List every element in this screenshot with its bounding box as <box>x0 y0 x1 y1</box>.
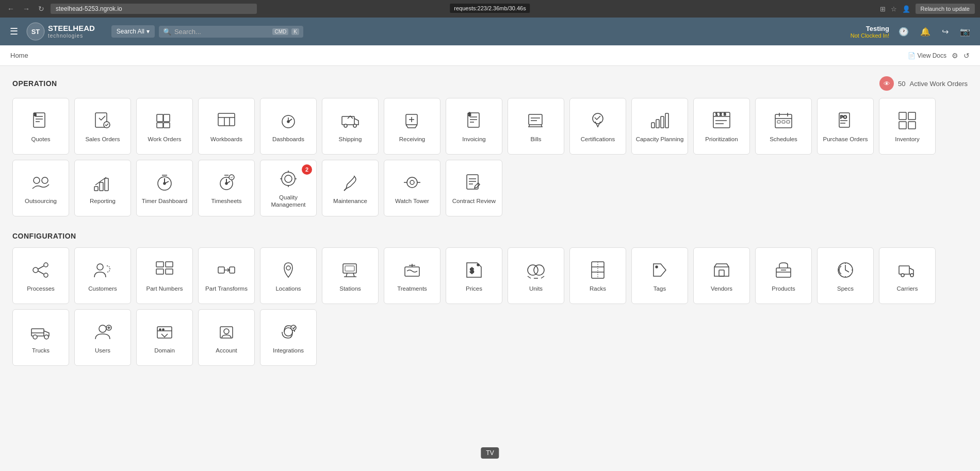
card-trucks[interactable]: Trucks <box>12 309 69 366</box>
svg-point-107 <box>528 265 538 275</box>
card-racks[interactable]: Racks <box>569 247 626 304</box>
browser-icon-3: 👤 <box>902 5 910 13</box>
svg-point-58 <box>34 177 40 183</box>
card-customers[interactable]: Customers <box>74 247 131 304</box>
card-treatments[interactable]: Treatments <box>384 247 440 304</box>
card-tags[interactable]: Tags <box>631 247 688 304</box>
card-vendors[interactable]: Vendors <box>693 247 750 304</box>
maintenance-icon <box>339 171 362 194</box>
view-docs-link[interactable]: 📄 View Docs <box>908 52 946 59</box>
card-inventory[interactable]: Inventory <box>879 98 936 155</box>
bills-icon <box>525 109 547 132</box>
card-schedules[interactable]: Schedules <box>755 98 812 155</box>
svg-point-142 <box>224 329 229 334</box>
card-receiving[interactable]: Receiving <box>384 98 440 155</box>
hamburger-menu[interactable]: ☰ <box>8 24 20 39</box>
card-quality-management[interactable]: Quality Management2 <box>260 160 317 216</box>
breadcrumb-home[interactable]: Home <box>10 52 28 59</box>
svg-rect-118 <box>719 270 724 276</box>
settings-button[interactable]: ⚙ <box>952 52 958 60</box>
active-work-orders: 👁 50 Active Work Orders <box>879 76 968 91</box>
svg-rect-94 <box>218 267 224 273</box>
svg-point-68 <box>229 175 234 180</box>
card-domain[interactable]: Domain <box>136 309 193 366</box>
clock-button[interactable]: 🕐 <box>896 25 911 39</box>
refresh-button[interactable]: ↺ <box>963 52 970 60</box>
svg-rect-47 <box>777 121 780 123</box>
work-orders-label: Work Orders <box>146 136 184 143</box>
carriers-label: Carriers <box>895 285 920 293</box>
operation-title: OPERATION <box>12 79 57 88</box>
svg-line-75 <box>344 189 346 191</box>
search-input[interactable] <box>174 28 270 36</box>
card-shipping[interactable]: Shipping <box>322 98 379 155</box>
processes-label: Processes <box>25 285 57 293</box>
reporting-label: Reporting <box>88 198 118 205</box>
card-account[interactable]: Account <box>198 309 255 366</box>
card-watch-tower[interactable]: Watch Tower <box>384 160 440 216</box>
logout-button[interactable]: ↪ <box>940 25 951 39</box>
svg-point-86 <box>44 273 48 277</box>
card-timesheets[interactable]: Timesheets <box>198 160 255 216</box>
card-locations[interactable]: Locations <box>260 247 317 304</box>
card-prioritization[interactable]: 123Prioritization <box>693 98 750 155</box>
url-bar[interactable]: steelhead-5253.ngrok.io <box>51 4 257 14</box>
svg-point-20 <box>344 124 347 127</box>
card-users[interactable]: Users <box>74 309 131 366</box>
card-specs[interactable]: Specs <box>817 247 874 304</box>
workboards-label: Workboards <box>208 136 244 143</box>
forward-button[interactable]: → <box>21 4 32 14</box>
card-part-transforms[interactable]: Part Transforms <box>198 247 255 304</box>
back-button[interactable]: ← <box>5 4 17 14</box>
card-timer-dashboard[interactable]: Timer Dashboard <box>136 160 193 216</box>
card-products[interactable]: Products <box>755 247 812 304</box>
racks-label: Racks <box>587 285 608 293</box>
svg-point-127 <box>901 274 904 277</box>
notification-bell[interactable]: 🔔 <box>918 25 933 39</box>
card-certifications[interactable]: Certifications <box>569 98 626 155</box>
card-dashboards[interactable]: Dashboards <box>260 98 317 155</box>
card-contract-review[interactable]: Contract Review <box>446 160 502 216</box>
card-prices[interactable]: $Prices <box>446 247 502 304</box>
card-integrations[interactable]: Integrations <box>260 309 317 366</box>
trucks-label: Trucks <box>30 347 52 355</box>
card-processes[interactable]: Processes <box>12 247 69 304</box>
vendors-label: Vendors <box>709 285 734 293</box>
schedules-icon <box>772 109 795 132</box>
card-units[interactable]: Units <box>508 247 564 304</box>
shipping-label: Shipping <box>337 136 364 143</box>
card-carriers[interactable]: Carriers <box>879 247 936 304</box>
card-reporting[interactable]: Reporting <box>74 160 131 216</box>
active-wo-count: 50 <box>898 80 905 88</box>
search-all-button[interactable]: Search All ▾ <box>111 25 155 38</box>
svg-rect-10 <box>164 114 170 122</box>
card-maintenance[interactable]: Maintenance <box>322 160 379 216</box>
card-bills[interactable]: Bills <box>508 98 564 155</box>
account-label: Account <box>214 347 239 355</box>
card-workboards[interactable]: Workboards <box>198 98 255 155</box>
card-invoicing[interactable]: $Invoicing <box>446 98 502 155</box>
svg-point-89 <box>97 264 103 270</box>
card-outsourcing[interactable]: Outsourcing <box>12 160 69 216</box>
timesheets-label: Timesheets <box>209 198 243 205</box>
card-capacity-planning[interactable]: Capacity Planning <box>631 98 688 155</box>
card-stations[interactable]: Stations <box>322 247 379 304</box>
card-purchase-orders[interactable]: POPurchase Orders <box>817 98 874 155</box>
maintenance-label: Maintenance <box>331 198 369 205</box>
active-wo-icon: 👁 <box>879 76 894 91</box>
relaunch-button[interactable]: Relaunch to update <box>916 4 975 14</box>
svg-rect-61 <box>100 182 103 191</box>
work-orders-icon <box>153 109 176 132</box>
card-part-numbers[interactable]: Part Numbers <box>136 247 193 304</box>
dashboards-icon <box>277 109 300 132</box>
card-quotes[interactable]: $Quotes <box>12 98 69 155</box>
timer-dashboard-label: Timer Dashboard <box>140 198 189 205</box>
card-work-orders[interactable]: Work Orders <box>136 98 193 155</box>
svg-rect-93 <box>166 269 173 274</box>
svg-rect-11 <box>157 123 163 128</box>
camera-button[interactable]: 📷 <box>958 25 972 39</box>
logo-area: ST STEELHEAD technologies <box>26 22 95 41</box>
card-sales-orders[interactable]: Sales Orders <box>74 98 131 155</box>
reload-button[interactable]: ↻ <box>36 4 46 14</box>
watch-tower-icon <box>401 171 423 194</box>
